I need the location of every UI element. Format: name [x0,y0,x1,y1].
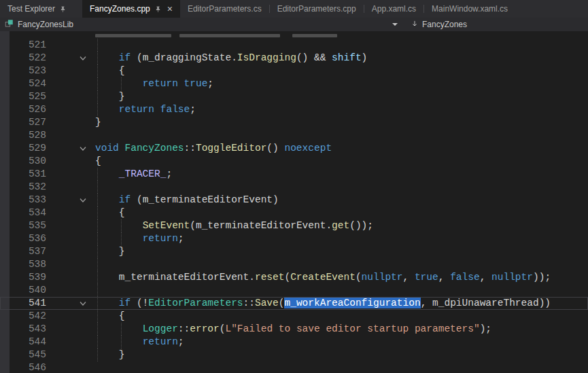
code-line-545[interactable]: 545 } [0,349,588,361]
fold-margin [76,271,90,284]
indent-guide [97,349,98,361]
line-number: 529 [10,142,53,155]
code-line-530[interactable]: 530{ [0,155,588,168]
indent-guide [97,168,98,181]
code-token: noexcept [284,143,332,154]
fold-margin [76,245,90,258]
code-line-533[interactable]: 533 if (m_terminateEditorEvent) [0,194,588,207]
line-number: 527 [10,116,53,129]
code-token [95,298,119,308]
code-line-524[interactable]: 524 return true; [0,77,588,90]
tab-label: EditorParameters.cs [188,4,262,14]
fold-chevron-icon[interactable] [76,194,90,207]
code-token: if [119,194,131,205]
code-line-543[interactable]: 543 Logger::error(L"Failed to save edito… [0,323,588,336]
code-token: { [95,310,125,321]
code-token: return [143,78,178,89]
code-line-544[interactable]: 544 return; [0,336,588,349]
fold-margin [76,336,90,349]
code-token: :: [184,143,196,154]
code-line-528[interactable]: 528 [0,129,588,142]
code-token: FancyZones [125,143,184,154]
code-token: } [95,117,101,128]
fold-chevron-icon[interactable] [76,52,90,65]
code-token: L"Failed to save editor startup paramete… [225,323,479,334]
fold-margin [76,207,90,219]
tab-label: MainWindow.xaml.cs [432,4,508,14]
code-line-540[interactable]: 540 [0,284,588,297]
indent-guide [97,65,98,77]
pin-icon[interactable] [154,5,162,13]
fold-chevron-icon[interactable] [76,142,90,155]
code-area[interactable]: 521522 if (m_draggingState.IsDragging() … [0,31,588,373]
code-line-523[interactable]: 523 { [0,65,588,77]
code-line-541[interactable]: 541 if (!EditorParameters::Save(m_workAr… [0,297,588,310]
code-token [178,78,184,89]
code-token: m_draggingState [143,52,232,63]
tab-label: App.xaml.cs [372,4,416,14]
indent-guide [97,194,98,207]
tab-app-xaml-cs[interactable]: App.xaml.cs [364,0,423,18]
code-line-522[interactable]: 522 if (m_draggingState.IsDragging() && … [0,52,588,65]
line-number: 545 [10,349,53,361]
code-token: ; [178,233,184,244]
line-number: 525 [10,90,53,103]
code-line-534[interactable]: 534 { [0,207,588,219]
pin-icon[interactable] [59,5,67,13]
code-line-525[interactable]: 525 } [0,90,588,103]
code-token: , [480,272,491,283]
code-line-539[interactable]: 539 m_terminateEditorEvent.reset(CreateE… [0,271,588,284]
code-token: } [95,349,125,360]
code-line-527[interactable]: 527} [0,116,588,129]
tab-label: Test Explorer [7,4,55,14]
project-dropdown[interactable]: FancyZonesLib [0,18,402,31]
line-number: 532 [10,181,53,194]
tab-editorparameters-cpp[interactable]: EditorParameters.cpp [270,0,364,18]
code-token: ( [284,272,290,283]
code-line-521[interactable]: 521 [0,39,588,52]
code-token: ; [207,78,213,89]
line-number: 541 [10,297,53,310]
code-line-536[interactable]: 536 return; [0,232,588,245]
code-text: { [90,155,588,168]
code-token: . [249,272,255,283]
code-token: ( [356,272,362,283]
tab-editorparameters-cs[interactable]: EditorParameters.cs [180,0,269,18]
fold-margin [76,90,90,103]
tab-fancyzones-cpp[interactable]: FancyZones.cpp × [82,0,180,18]
tab-test-explorer[interactable]: Test Explorer [0,0,74,18]
code-token: m_terminateEditorEvent [119,272,249,283]
code-line-529[interactable]: 529void FancyZones::ToggleEditor() noexc… [0,142,588,155]
code-token: nullptr [362,272,403,283]
code-line-538[interactable]: 538 [0,258,588,271]
code-line-542[interactable]: 542 { [0,310,588,323]
code-text [90,258,588,271]
code-token: false [450,272,480,283]
project-dropdown-value: FancyZonesLib [18,20,73,29]
indent-guide [97,90,98,103]
code-line-531[interactable]: 531 _TRACER_; [0,168,588,181]
type-dropdown[interactable]: FancyZones [402,18,475,31]
fold-chevron-icon[interactable] [76,297,90,310]
code-text [90,361,588,373]
code-line-532[interactable]: 532 [0,181,588,194]
code-token: ; [178,336,184,347]
tab-mainwindow-xaml-cs[interactable]: MainWindow.xaml.cs [424,0,515,18]
fold-margin [76,361,90,373]
code-line-537[interactable]: 537 } [0,245,588,258]
code-token [119,143,125,154]
code-line-526[interactable]: 526 return false; [0,103,588,116]
indent-guide [97,310,98,323]
indent-guide [97,271,98,284]
code-line-535[interactable]: 535 SetEvent(m_terminateEditorEvent.get(… [0,219,588,232]
line-number: 534 [10,207,53,219]
close-icon[interactable]: × [167,4,173,14]
code-token: get [332,220,349,231]
indent-guide [97,323,98,336]
code-token: ( [190,220,196,231]
indent-guide [97,77,98,90]
code-line-546[interactable]: 546 [0,361,588,373]
code-text: if (m_terminateEditorEvent) [90,194,588,207]
code-editor[interactable]: 521522 if (m_draggingState.IsDragging() … [0,31,588,373]
line-number: 537 [10,245,53,258]
